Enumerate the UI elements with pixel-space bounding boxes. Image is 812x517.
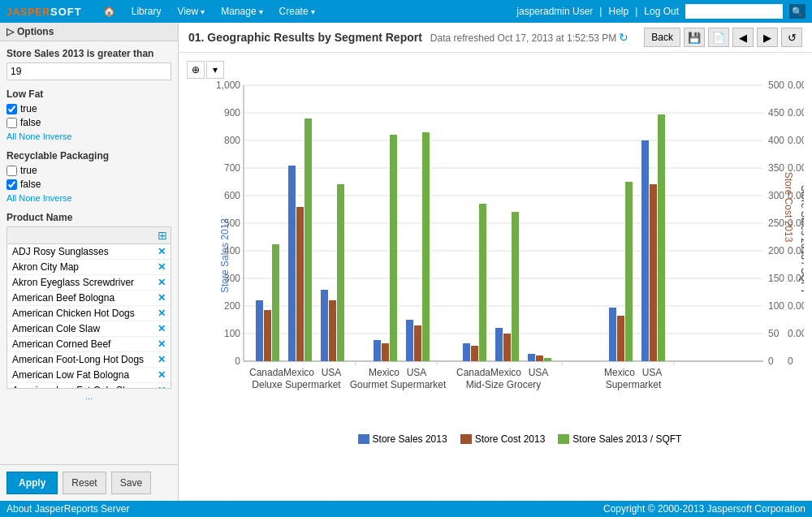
- svg-text:300: 300: [224, 273, 240, 284]
- store-sales-input[interactable]: [6, 62, 171, 80]
- right-panel: 01. Geographic Results by Segment Report…: [179, 23, 812, 501]
- legend-sqft-swatch: [558, 434, 569, 444]
- options-icon: ▷: [6, 26, 14, 37]
- nav-library[interactable]: Library: [123, 0, 170, 23]
- nav-user-link[interactable]: jasperadmin User: [516, 6, 593, 17]
- recyclable-false-checkbox[interactable]: [6, 179, 17, 190]
- svg-text:Deluxe Supermarket: Deluxe Supermarket: [252, 379, 341, 390]
- remove-product-btn[interactable]: ✕: [158, 323, 166, 334]
- bar-deluxe-mexico-sales: [288, 166, 296, 361]
- legend-cost-swatch: [460, 434, 472, 444]
- list-item[interactable]: American Beef Bologna ✕: [7, 291, 171, 306]
- list-item[interactable]: American Chicken Hot Dogs ✕: [7, 306, 171, 321]
- bar-midsize-mexico-sqft: [512, 212, 519, 361]
- about-link[interactable]: About JasperReports Server: [6, 503, 129, 515]
- remove-product-btn[interactable]: ✕: [158, 292, 166, 304]
- list-item[interactable]: Akron Eyeglass Screwdriver ✕: [7, 275, 171, 291]
- list-item[interactable]: American Corned Beef ✕: [7, 337, 171, 352]
- svg-text:200: 200: [224, 300, 240, 312]
- remove-product-btn[interactable]: ✕: [158, 277, 166, 288]
- chart-zoom-button[interactable]: ⊕: [187, 61, 205, 79]
- nav-create[interactable]: Create: [271, 0, 323, 23]
- low-fat-filter: Low Fat true false All None Inverse: [6, 88, 171, 142]
- remove-product-btn[interactable]: ✕: [158, 261, 166, 273]
- list-item[interactable]: American Foot-Long Hot Dogs ✕: [7, 352, 171, 368]
- low-fat-all-none-link[interactable]: All None Inverse: [6, 131, 72, 141]
- remove-product-btn[interactable]: ✕: [158, 354, 166, 365]
- more-products-link[interactable]: ...: [6, 389, 171, 403]
- report-subtitle: Data refreshed Oct 17, 2013 at 1:52:53 P…: [430, 31, 636, 44]
- export-icon-button[interactable]: 📄: [708, 28, 729, 47]
- svg-text:USA: USA: [322, 367, 342, 378]
- recyclable-true-checkbox[interactable]: [6, 166, 17, 176]
- recyclable-all-none-link[interactable]: All None Inverse: [6, 193, 72, 203]
- nav-right-section: jasperadmin User | Help | Log Out 🔍: [516, 4, 806, 19]
- bar-midsize-canada-cost: [471, 346, 478, 361]
- reset-button[interactable]: Reset: [63, 472, 106, 494]
- svg-text:0.0009: 0.0009: [788, 107, 804, 118]
- bar-gourmet-usa-sales: [406, 320, 413, 361]
- svg-text:0.0003: 0.0003: [788, 273, 804, 284]
- remove-product-btn[interactable]: ✕: [158, 338, 166, 350]
- svg-text:900: 900: [224, 107, 240, 118]
- refresh-icon[interactable]: ↻: [619, 31, 628, 44]
- search-button[interactable]: 🔍: [789, 4, 806, 19]
- top-nav: JASPERSOFT 🏠 Library View Manage Create …: [0, 0, 812, 23]
- svg-text:500: 500: [224, 218, 240, 229]
- svg-text:Mexico: Mexico: [369, 367, 400, 378]
- product-list-expand[interactable]: ⊞: [158, 229, 167, 242]
- low-fat-true-checkbox[interactable]: [6, 104, 17, 114]
- save-icon-button[interactable]: 💾: [684, 28, 705, 47]
- svg-text:400: 400: [768, 135, 784, 146]
- nav-logout-link[interactable]: Log Out: [644, 6, 679, 17]
- svg-text:450: 450: [768, 107, 784, 118]
- nav-back-icon-button[interactable]: ◀: [732, 28, 754, 47]
- svg-text:100: 100: [224, 328, 240, 339]
- nav-help-link[interactable]: Help: [608, 6, 628, 17]
- list-item[interactable]: ADJ Rosy Sunglasses ✕: [7, 244, 171, 260]
- low-fat-false-checkbox[interactable]: [6, 118, 17, 128]
- svg-text:250: 250: [768, 218, 784, 229]
- options-footer: Apply Reset Save: [0, 464, 178, 501]
- bar-deluxe-canada-sales: [256, 300, 263, 361]
- product-list[interactable]: ⊞ ADJ Rosy Sunglasses ✕ Akron City Map ✕…: [6, 226, 171, 389]
- svg-text:USA: USA: [407, 367, 427, 378]
- list-item[interactable]: Akron City Map ✕: [7, 260, 171, 275]
- chart-tool-dropdown[interactable]: ▾: [206, 61, 224, 79]
- list-item[interactable]: American Low Fat Cole Slaw ✕: [7, 383, 171, 389]
- svg-text:0.0008: 0.0008: [788, 135, 804, 146]
- store-sales-label: Store Sales 2013 is greater than: [6, 48, 171, 59]
- svg-text:Supermarket: Supermarket: [606, 379, 662, 390]
- remove-product-btn[interactable]: ✕: [158, 369, 166, 381]
- nav-reload-icon-button[interactable]: ↺: [781, 28, 802, 47]
- product-name-filter: Product Name ⊞ ADJ Rosy Sunglasses ✕ Akr…: [6, 212, 171, 403]
- nav-forward-icon-button[interactable]: ▶: [757, 28, 778, 47]
- list-item[interactable]: American Low Fat Bologna ✕: [7, 368, 171, 383]
- options-header: ▷ Options: [0, 23, 178, 41]
- low-fat-options: true false All None Inverse: [6, 103, 171, 142]
- nav-manage[interactable]: Manage: [213, 0, 270, 23]
- search-input[interactable]: [685, 4, 783, 19]
- bar-gourmet-mexico-sqft: [390, 135, 397, 361]
- svg-text:0.0005: 0.0005: [788, 218, 804, 229]
- svg-text:0: 0: [235, 355, 240, 367]
- bar-super-usa-sales: [641, 140, 649, 361]
- low-fat-true-label: true: [20, 103, 37, 114]
- logo: JASPERSOFT: [6, 6, 82, 18]
- bar-midsize-canada-sales: [463, 343, 470, 361]
- nav-items: 🏠 Library View Manage Create: [95, 0, 323, 23]
- nav-view[interactable]: View: [169, 0, 213, 23]
- apply-button[interactable]: Apply: [6, 472, 58, 494]
- remove-product-btn[interactable]: ✕: [158, 308, 166, 319]
- chart-area: ⊕ ▾ Store Sales 2013 Store Cost 2013 Sto…: [179, 53, 812, 501]
- nav-home[interactable]: 🏠: [95, 0, 123, 23]
- recyclable-options: true false All None Inverse: [6, 165, 171, 204]
- svg-text:800: 800: [224, 135, 240, 146]
- main-layout: ▷ Options Store Sales 2013 is greater th…: [0, 23, 812, 501]
- remove-product-btn[interactable]: ✕: [158, 246, 166, 257]
- list-item[interactable]: American Cole Slaw ✕: [7, 321, 171, 337]
- svg-text:Mexico: Mexico: [490, 367, 521, 378]
- back-button[interactable]: Back: [644, 28, 680, 47]
- save-button[interactable]: Save: [111, 472, 151, 494]
- group-supermarket: Mexico USA Supermarket: [604, 114, 665, 390]
